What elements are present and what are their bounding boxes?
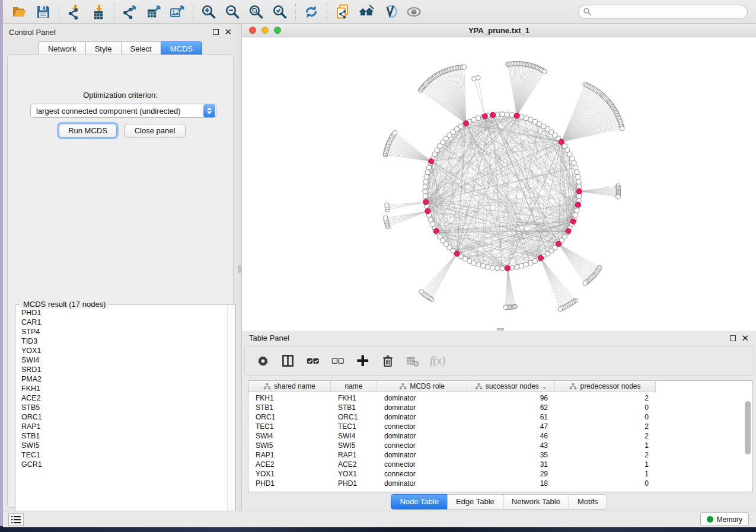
deselect-all-icon[interactable] [330,353,346,368]
hide-panel-icon[interactable] [402,2,426,21]
open-session-icon[interactable] [8,2,31,21]
vizmapper-icon[interactable] [378,2,402,21]
close-panel-icon[interactable]: ✕ [224,29,232,35]
mcds-result-item[interactable]: YOX1 [16,346,228,355]
function-builder-icon: f(x) [430,354,445,367]
mcds-list-scrollbar[interactable] [227,305,235,523]
mcds-result-item[interactable]: RAP1 [16,422,228,431]
table-row[interactable]: RAP1RAP1dominator352 [248,450,752,460]
graph-node-hub[interactable] [538,255,544,261]
network-canvas[interactable] [242,37,756,331]
network-doc-icon[interactable] [331,2,355,21]
cell: 35 [467,450,555,460]
export-network-icon[interactable] [118,2,142,21]
graph-node-hub[interactable] [566,229,571,234]
graph-node-hub[interactable] [482,114,487,119]
column-settings-icon[interactable] [256,353,271,368]
search-field[interactable] [578,5,748,19]
search-input[interactable] [592,6,747,18]
network-window-titlebar[interactable]: YPA_prune.txt_1 [242,24,756,37]
column-header-name[interactable]: name [331,381,377,392]
mcds-result-item[interactable]: ORC1 [16,412,228,422]
table-row[interactable]: YOX1YOX1connector291 [248,469,752,479]
graph-node-hub[interactable] [570,219,576,224]
add-icon[interactable] [355,353,371,368]
task-history-button[interactable] [8,513,24,526]
mcds-result-list[interactable]: PHD1CAR1STP4TID3YOX1SWI4SRD1PMA2FKH1ACE2… [16,308,228,523]
column-header-successor-nodes[interactable]: successor nodes⌄ [467,381,555,392]
graph-node-hub[interactable] [433,229,439,234]
mcds-result-item[interactable]: PMA2 [16,374,228,384]
tab-edge-table[interactable]: Edge Table [447,494,503,509]
graph-node-hub[interactable] [514,113,519,118]
mcds-result-item[interactable]: STP4 [16,327,228,336]
table-scrollbar-thumb[interactable] [745,401,751,454]
zoom-out-icon[interactable] [221,2,244,21]
table-row[interactable]: TEC1TEC1connector472 [248,422,752,431]
column-header-shared-name[interactable]: shared name [248,381,331,392]
cell: YOX1 [331,469,377,479]
export-image-icon[interactable] [165,2,189,21]
mcds-result-item[interactable]: SRD1 [16,365,228,374]
save-session-icon[interactable] [31,2,55,21]
tab-motifs[interactable]: Motifs [569,494,607,509]
refresh-layout-icon[interactable] [299,2,323,21]
cell: RAP1 [331,450,377,460]
mcds-result-item[interactable]: TEC1 [16,450,228,460]
export-table-icon[interactable] [142,2,165,21]
mcds-result-item[interactable]: ACE2 [16,393,228,403]
criterion-dropdown[interactable]: largest connected component (undirected) [30,104,216,118]
select-all-icon[interactable] [305,353,321,368]
column-header-predecessor-nodes[interactable]: predecessor nodes [555,381,656,392]
graph-node-hub[interactable] [429,159,434,164]
mcds-result-item[interactable]: FKH1 [16,384,228,393]
cell: PHD1 [248,479,331,488]
cell: 1 [555,441,656,450]
column-header-MCDS-role[interactable]: MCDS role [377,381,467,392]
graph-node-hub[interactable] [425,209,430,214]
mcds-result-item[interactable]: CAR1 [16,318,228,327]
run-mcds-button[interactable]: Run MCDS [59,124,117,137]
mcds-result-item[interactable]: STB5 [16,403,228,412]
network-graph[interactable] [242,37,756,331]
delete-icon[interactable] [380,353,395,368]
table-scrollbar[interactable] [745,394,751,489]
show-columns-icon[interactable] [280,353,296,368]
mcds-result-item[interactable]: STB1 [16,431,228,441]
table-row[interactable]: ACE2ACE2connector311 [248,460,752,469]
tab-node-table[interactable]: Node Table [391,494,447,509]
mcds-result-item[interactable]: GCR1 [16,460,228,469]
table-row[interactable]: SWI4SWI4dominator462 [248,431,752,441]
zoom-in-icon[interactable] [197,2,221,21]
zoom-selected-icon[interactable] [268,2,292,21]
table-row[interactable]: ORC1ORC1dominator610 [248,412,752,422]
graph-node-hub[interactable] [556,241,562,246]
table-row[interactable]: FKH1FKH1dominator962 [248,393,752,403]
mcds-result-item[interactable]: SWI4 [16,355,228,365]
import-table-icon[interactable] [87,2,110,21]
table-row[interactable]: STB1STB1dominator620 [248,403,752,412]
close-table-panel-icon[interactable]: ✕ [741,335,749,341]
graph-node-hub[interactable] [577,189,582,194]
show-all-networks-icon[interactable] [355,2,378,21]
graph-node-hub[interactable] [505,265,511,271]
float-panel-icon[interactable] [213,29,219,35]
graph-node-hub[interactable] [464,121,469,126]
graph-node-hub[interactable] [454,251,460,257]
tab-network-table[interactable]: Network Table [503,494,569,509]
graph-node-hub[interactable] [576,202,581,207]
mcds-result-item[interactable]: PHD1 [16,308,228,318]
float-table-panel-icon[interactable] [730,335,736,341]
mcds-result-item[interactable]: TID3 [16,336,228,346]
table-row[interactable]: SWI5SWI5connector431 [248,441,752,450]
graph-node-hub[interactable] [490,113,496,118]
zoom-fit-icon[interactable] [244,2,268,21]
memory-button[interactable]: Memory [700,512,749,526]
close-panel-button[interactable]: Close panel [124,124,186,137]
import-network-icon[interactable] [63,2,87,21]
toolbar-separator [327,4,327,20]
graph-node-hub[interactable] [423,200,429,205]
graph-node-hub[interactable] [559,139,564,145]
table-row[interactable]: PHD1PHD1dominator180 [248,479,752,488]
mcds-result-item[interactable]: SWI5 [16,441,228,450]
